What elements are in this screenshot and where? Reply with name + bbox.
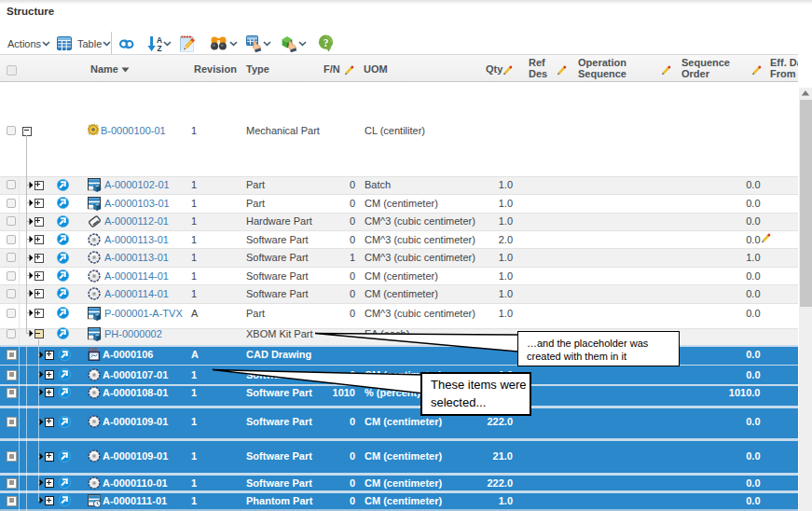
svg-text:?: ?: [323, 37, 329, 48]
svg-text:Z: Z: [158, 44, 162, 52]
